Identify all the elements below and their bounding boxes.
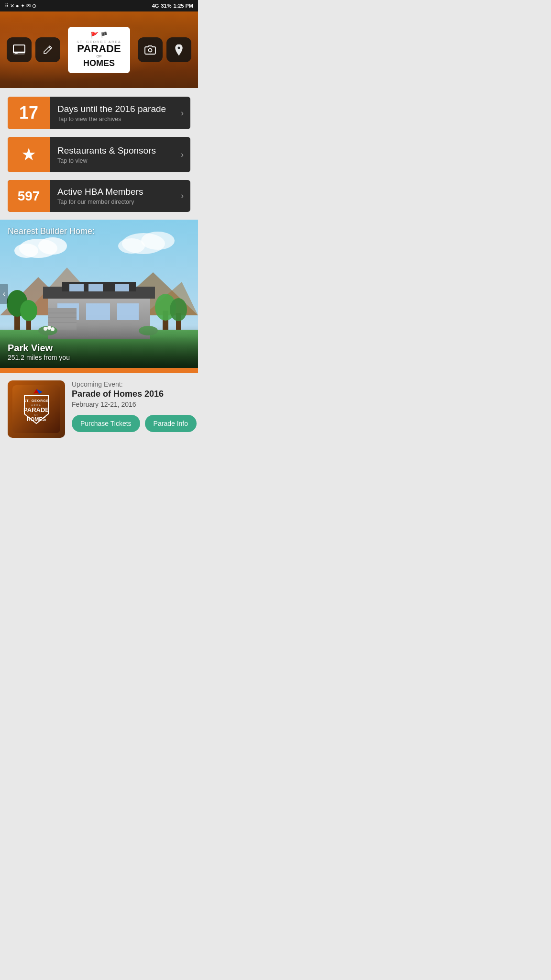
camera-button[interactable] [138,37,163,62]
event-buttons: Purchase Tickets Parade Info [72,415,197,432]
svg-text:HOMES: HOMES [27,416,46,422]
nearest-home-label: Nearest Builder Home: [8,226,95,236]
svg-rect-2 [15,53,18,54]
svg-rect-24 [69,284,84,291]
days-card[interactable]: 17 Days until the 2016 parade Tap to vie… [8,97,190,129]
svg-point-7 [38,237,67,255]
battery-level: 31% [161,3,171,9]
house-distance: 251.2 miles from you [8,354,190,361]
svg-point-37 [170,298,187,321]
blue-flag-icon: 🏴 [100,32,108,39]
restaurants-title: Restaurants & Sponsors [57,145,174,156]
days-title: Days until the 2016 parade [57,104,174,114]
svg-point-20 [20,300,37,321]
nearest-home-section[interactable]: Nearest Builder Home: [0,220,198,368]
card-left-restaurants: ★ [8,137,50,172]
days-subtitle: Tap to view the archives [57,116,174,122]
svg-point-8 [14,244,38,258]
purchase-tickets-button[interactable]: Purchase Tickets [72,415,140,432]
notification-icons: ⠿ ✕ ● ✦ ✉ ⊙ [5,3,36,9]
hba-number: 597 [18,189,40,203]
svg-point-10 [141,232,175,250]
star-icon: ★ [21,145,36,165]
hba-card[interactable]: 597 Active HBA Members Tap for our membe… [8,180,190,212]
svg-point-11 [118,238,145,254]
hba-title: Active HBA Members [57,187,174,197]
time: 1:25 PM [173,3,193,9]
svg-rect-25 [88,284,103,291]
main-content: 17 Days until the 2016 parade Tap to vie… [0,88,198,212]
svg-rect-1 [13,51,25,55]
event-details: Upcoming Event: Parade of Homes 2016 Feb… [72,380,197,432]
card-right-days: Days until the 2016 parade Tap to view t… [50,97,181,129]
location-button[interactable] [166,37,191,62]
network-type: 4G [152,3,159,9]
svg-rect-29 [117,303,139,320]
card-left-hba: 597 [8,180,50,212]
card-right-hba: Active HBA Members Tap for our member di… [50,180,181,212]
status-right-info: 4G 31% 1:25 PM [152,3,193,9]
status-left-icons: ⠿ ✕ ● ✦ ✉ ⊙ [5,3,36,9]
upcoming-label: Upcoming Event: [72,380,197,388]
app-logo: 🚩 🏴 ST. GEORGE AREA PARADE OF HOMES [68,27,130,73]
event-name: Parade of Homes 2016 [72,389,197,399]
logo-homes-text: HOMES [75,58,123,68]
house-info: Park View 251.2 miles from you [0,336,198,368]
hba-chevron: › [181,180,190,212]
svg-point-4 [178,47,180,49]
header: 🚩 🏴 ST. GEORGE AREA PARADE OF HOMES [0,11,198,88]
house-name: Park View [8,343,190,354]
card-right-restaurants: Restaurants & Sponsors Tap to view [50,137,181,172]
logo-of-text: OF [75,54,123,58]
orange-separator [0,368,198,373]
days-number: 17 [19,104,38,122]
upcoming-event-section: ST. GEORGE AREA PARADE OF HOMES Upcoming… [0,373,198,445]
parade-info-button[interactable]: Parade Info [145,415,197,432]
event-logo: ST. GEORGE AREA PARADE OF HOMES [8,380,65,438]
status-bar: ⠿ ✕ ● ✦ ✉ ⊙ 4G 31% 1:25 PM [0,0,198,11]
inbox-button[interactable] [7,37,32,62]
restaurants-subtitle: Tap to view [57,157,174,164]
red-flag-icon: 🚩 [90,32,99,39]
svg-text:ST. GEORGE: ST. GEORGE [24,399,49,402]
restaurants-chevron: › [181,137,190,172]
svg-text:PARADE: PARADE [23,406,49,413]
svg-rect-28 [86,303,110,320]
days-chevron: › [181,97,190,129]
home-nav-arrow[interactable]: ‹ [0,284,8,304]
svg-point-3 [149,49,152,52]
restaurants-card[interactable]: ★ Restaurants & Sponsors Tap to view › [8,137,190,172]
logo-parade-text: PARADE [75,44,123,54]
event-date: February 12-21, 2016 [72,401,197,408]
hba-subtitle: Tap for our member directory [57,199,174,205]
edit-button[interactable] [35,37,60,62]
svg-rect-26 [115,284,129,291]
card-left-days: 17 [8,97,50,129]
